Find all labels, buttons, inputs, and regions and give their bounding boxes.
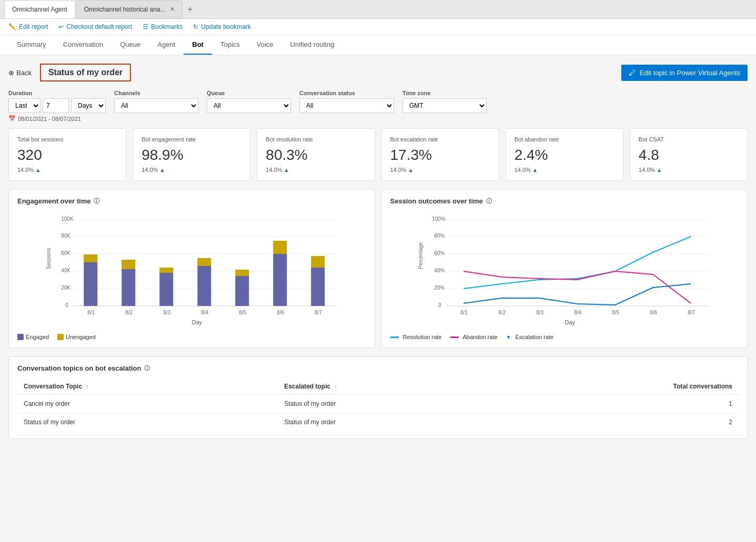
session-outcomes-chart-title: Session outcomes over time ⓘ (390, 197, 739, 205)
svg-text:60%: 60% (434, 250, 445, 256)
duration-unit-select[interactable]: Days (71, 98, 106, 113)
legend-escalation-rate: ▼ Escalation rate (506, 334, 554, 340)
back-button[interactable]: ⊕ Back (8, 69, 32, 77)
tab-agent[interactable]: Agent (149, 35, 184, 55)
channels-select[interactable]: All (114, 98, 198, 113)
tab-unified-routing[interactable]: Unified routing (282, 35, 343, 55)
engagement-legend: Engaged Unengaged (17, 334, 366, 340)
svg-text:8/7: 8/7 (315, 310, 322, 315)
duration-number-input[interactable] (43, 98, 69, 113)
trend-up-icon: ▲ (284, 167, 289, 173)
engagement-chart-card: Engagement over time ⓘ 100K 80K 60K 40K … (8, 189, 375, 348)
trend-up-icon: ▲ (408, 167, 414, 173)
toolbar: ✏️ Edit report ↩ Checkout default report… (0, 19, 756, 35)
back-icon: ⊕ (8, 69, 14, 77)
resolution-color (390, 336, 399, 338)
close-tab-icon[interactable]: ✕ (170, 6, 175, 13)
svg-text:0: 0 (65, 302, 68, 308)
svg-text:100K: 100K (61, 216, 74, 222)
session-outcomes-chart-area: 100% 80% 60% 40% 20% 0 Percentage (390, 211, 739, 340)
tab-bot[interactable]: Bot (184, 35, 212, 55)
engagement-svg: 100K 80K 60K 40K 20K 0 Sessions (17, 211, 366, 327)
date-range: 📅 08/01/2021 - 08/07/2021 (8, 115, 748, 122)
edit-report-button[interactable]: ✏️ Edit report (8, 23, 48, 30)
metric-cards: Total bot sessions 320 14.0% ▲ Bot engag… (8, 128, 748, 181)
bookmarks-button[interactable]: ☰ Bookmarks (143, 23, 183, 30)
timezone-select[interactable]: GMT (402, 98, 487, 113)
edit-topic-button[interactable]: 🖊 Edit topic in Power Virtual Agents (621, 65, 748, 81)
svg-text:8/3: 8/3 (163, 310, 170, 315)
sort-icon-escalated-topic[interactable]: ↑ (335, 384, 337, 390)
info-icon-table[interactable]: ⓘ (144, 364, 150, 372)
svg-text:8/4: 8/4 (574, 310, 581, 315)
engaged-color (17, 334, 24, 340)
svg-text:40%: 40% (434, 268, 445, 273)
table-row: Cancel my order Status of my order 1 (17, 395, 739, 413)
update-bookmark-button[interactable]: ↻ Update bookmark (193, 23, 251, 30)
sort-icon-conversation-topic[interactable]: ↑ (86, 384, 88, 390)
svg-rect-15 (122, 269, 135, 306)
tab-conversation[interactable]: Conversation (55, 35, 112, 55)
add-tab-button[interactable]: + (184, 5, 197, 14)
tab-summary[interactable]: Summary (8, 35, 55, 55)
svg-text:40K: 40K (61, 268, 70, 273)
tab-omnichannel-agent[interactable]: Omnichannel Agent (4, 0, 75, 18)
metric-total-bot-sessions: Total bot sessions 320 14.0% ▲ (8, 128, 126, 181)
trend-up-icon: ▲ (657, 167, 662, 173)
info-icon-session[interactable]: ⓘ (486, 197, 492, 205)
svg-text:0: 0 (438, 302, 441, 308)
conversation-status-filter: Conversation status All (299, 90, 394, 113)
session-outcomes-legend: Resolution rate Abandon rate ▼ Escalatio… (390, 334, 739, 340)
checkout-default-report-button[interactable]: ↩ Checkout default report (58, 23, 132, 30)
unengaged-color (57, 334, 64, 340)
svg-text:20%: 20% (434, 285, 445, 291)
col-escalated-topic: Escalated topic ↑ (278, 379, 498, 395)
svg-text:8/3: 8/3 (536, 310, 543, 315)
svg-text:60K: 60K (61, 250, 70, 256)
conversation-topics-title: Conversation topics on bot escalation ⓘ (17, 364, 739, 372)
trend-up-icon: ▲ (532, 167, 538, 173)
duration-select[interactable]: Last (8, 98, 41, 113)
trend-up-icon: ▲ (35, 167, 41, 173)
svg-rect-14 (84, 254, 97, 262)
conversation-topics-table: Conversation Topic ↑ Escalated topic ↑ T… (17, 379, 739, 431)
svg-rect-22 (235, 270, 249, 276)
queue-filter: Queue All (207, 90, 291, 113)
tab-topics[interactable]: Topics (212, 35, 248, 55)
abandon-color (450, 336, 459, 338)
table-row: Status of my order Status of my order 2 (17, 413, 739, 432)
svg-text:80%: 80% (434, 233, 445, 239)
metric-bot-resolution-rate: Bot resolution rate 80.3% 14.0% ▲ (257, 128, 375, 181)
svg-text:20K: 20K (61, 285, 70, 291)
info-icon[interactable]: ⓘ (94, 197, 99, 205)
charts-row: Engagement over time ⓘ 100K 80K 60K 40K … (8, 189, 748, 348)
queue-select[interactable]: All (207, 98, 291, 113)
svg-text:8/6: 8/6 (650, 310, 657, 315)
svg-text:80K: 80K (61, 233, 70, 239)
svg-rect-26 (311, 256, 325, 268)
duration-filter: Duration Last Days (8, 90, 106, 113)
svg-text:8/1: 8/1 (87, 310, 95, 315)
tab-voice[interactable]: Voice (248, 35, 282, 55)
escalation-icon: ▼ (506, 334, 511, 340)
checkout-icon: ↩ (58, 23, 64, 30)
col-total-conversations: Total conversations (498, 379, 739, 395)
svg-text:Percentage: Percentage (418, 242, 424, 269)
tab-omnichannel-historical[interactable]: Omnichannel historical ana... ✕ (76, 0, 183, 18)
svg-rect-23 (273, 254, 287, 306)
svg-rect-16 (122, 260, 135, 269)
svg-text:Day: Day (565, 319, 575, 325)
edit-icon: ✏️ (8, 23, 16, 30)
conversation-status-select[interactable]: All (299, 98, 394, 113)
svg-rect-18 (159, 268, 173, 273)
svg-text:8/1: 8/1 (460, 310, 468, 315)
tab-queue[interactable]: Queue (112, 35, 149, 55)
metric-bot-abandon-rate: Bot abandon rate 2.4% 14.0% ▲ (506, 128, 623, 181)
svg-rect-21 (235, 276, 249, 306)
legend-engaged: Engaged (17, 334, 49, 340)
legend-resolution-rate: Resolution rate (390, 334, 442, 340)
session-outcomes-chart-card: Session outcomes over time ⓘ 100% 80% 60… (381, 189, 748, 348)
metric-bot-csat: Bot CSAT 4.8 14.0% ▲ (630, 128, 748, 181)
page-title: Status of my order (40, 64, 131, 81)
svg-text:8/5: 8/5 (239, 310, 246, 315)
